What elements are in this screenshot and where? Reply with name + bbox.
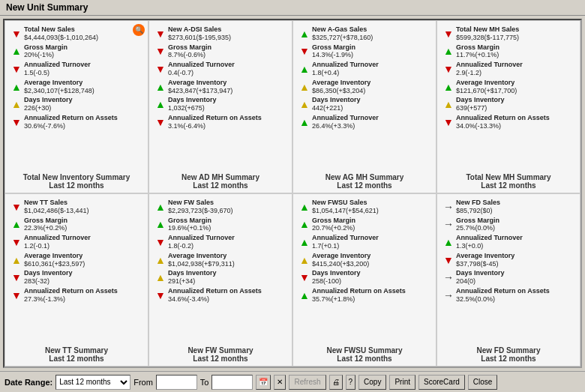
- metric-label: Annualized Turnover: [456, 234, 523, 242]
- metric-label: Annualized Turnover: [24, 234, 91, 242]
- metric-arrow: ▼: [11, 272, 22, 283]
- date-range-label: Date Range:: [4, 378, 52, 387]
- metric-text: Annualized Return on Assets27.3%(-1.3%): [24, 287, 118, 304]
- metric-value: 11.7%(+0.1%): [456, 51, 500, 59]
- metric-text: New TT Sales$1,042,486($-13,441): [24, 199, 89, 215]
- metric-row: ▼Annualized Return on Assets34.6%(-3.4%): [155, 287, 286, 304]
- metric-row: ▲Average Inventory$2,340,107(+$128,748): [11, 79, 142, 95]
- refresh-button[interactable]: Refresh: [289, 375, 326, 390]
- metric-arrow: ▼: [443, 255, 454, 265]
- metric-arrow: ▲: [299, 117, 310, 127]
- metric-value: $325,727(+$78,160): [312, 34, 373, 42]
- calendar-icon-button[interactable]: 📅: [256, 375, 271, 390]
- metric-row: ▼Annualized Return on Assets3.1%(-6.4%): [155, 114, 286, 130]
- metric-label: New A-DSI Sales: [168, 25, 231, 34]
- metric-label: Days Inventory: [312, 269, 361, 277]
- metric-label: Gross Margin: [312, 43, 356, 52]
- metric-label: Average Inventory: [456, 79, 517, 87]
- metric-arrow: ▲: [299, 202, 310, 212]
- metric-text: Average Inventory$423,847(+$173,947): [168, 79, 232, 95]
- metric-arrow: ▼: [11, 290, 22, 301]
- metric-label: Days Inventory: [456, 96, 505, 104]
- card-title: New TT SummaryLast 12 months: [11, 343, 142, 363]
- from-input[interactable]: [156, 375, 197, 390]
- metric-row: →Days Inventory204(0): [443, 269, 574, 286]
- metric-value: 204(0): [456, 277, 505, 286]
- metric-label: Average Inventory: [312, 79, 370, 87]
- metric-value: 25.7%(0.0%): [456, 224, 500, 232]
- metric-label: Annualized Turnover: [456, 61, 523, 69]
- metric-label: Annualized Return on Assets: [168, 287, 262, 295]
- metric-arrow: ▲: [443, 46, 454, 56]
- metric-text: Average Inventory$415,240(+$3,200): [312, 252, 370, 268]
- metric-value: 27.3%(-1.3%): [24, 295, 118, 304]
- copy-button[interactable]: Copy: [358, 375, 386, 390]
- metric-label: Annualized Turnover: [168, 61, 235, 69]
- to-input[interactable]: [212, 375, 253, 390]
- metric-row: ▲Days Inventory442(+221): [299, 96, 430, 112]
- metric-text: Annualized Return on Assets34.0%(-13.3%): [456, 114, 550, 130]
- metric-arrow: ▲: [299, 255, 310, 265]
- metric-arrow: ▼: [155, 64, 166, 74]
- metric-text: Annualized Return on Assets3.1%(-6.4%): [168, 114, 262, 130]
- metric-text: Average Inventory$121,670(+$17,700): [456, 79, 517, 95]
- metric-row: ▲Gross Margin20.7%(+0.2%): [299, 217, 430, 233]
- metric-text: New A-DSI Sales$273,601($-195,935): [168, 25, 231, 42]
- close-button[interactable]: Close: [468, 375, 498, 390]
- metric-text: Annualized Turnover26.4%(+3.3%): [312, 114, 379, 130]
- filter-icon-button[interactable]: ✕: [274, 375, 286, 390]
- metric-value: 34.0%(-13.3%): [456, 122, 550, 130]
- bottom-bar: Date Range: Last 12 months From To 📅 ✕ R…: [0, 371, 585, 392]
- summary-grid: 🔍▼Total New Sales$4,444,093($-1,010,264)…: [3, 19, 582, 368]
- metric-label: Average Inventory: [168, 79, 232, 87]
- metric-value: 22.3%(+0.2%): [24, 224, 68, 232]
- metric-text: Annualized Turnover1.2(-0.1): [24, 234, 91, 250]
- metric-value: 1.7(+0.1): [312, 242, 379, 250]
- metric-arrow: →: [443, 272, 454, 283]
- metric-arrow: ▼: [11, 237, 22, 247]
- metric-text: Average Inventory$610,361(+$23,597): [24, 252, 85, 268]
- metric-text: Gross Margin19.6%(+0.1%): [168, 217, 212, 233]
- metric-value: 20%(-1%): [24, 51, 68, 59]
- metric-label: Days Inventory: [168, 96, 217, 104]
- scorecard-button[interactable]: ScoreCard: [418, 375, 465, 390]
- metric-row: ▲Annualized Return on Assets35.7%(+1.8%): [299, 287, 430, 304]
- print-button[interactable]: Print: [389, 375, 416, 390]
- info-icon[interactable]: ?: [346, 375, 356, 390]
- metric-arrow: ▲: [11, 46, 22, 56]
- metric-arrow: ▲: [443, 99, 454, 109]
- metric-row: ▼New TT Sales$1,042,486($-13,441): [11, 199, 142, 215]
- date-range-select[interactable]: Last 12 months: [56, 375, 130, 390]
- metric-label: Annualized Turnover: [312, 234, 379, 242]
- metric-value: 26.4%(+3.3%): [312, 122, 379, 130]
- metric-label: New A-Gas Sales: [312, 25, 373, 34]
- metric-value: 1.2(-0.1): [24, 242, 91, 250]
- metric-label: Days Inventory: [24, 96, 73, 104]
- metric-text: Annualized Turnover2.9(-1.2): [456, 61, 523, 77]
- metric-value: $2,340,107(+$128,748): [24, 87, 94, 95]
- metric-arrow: ▲: [443, 237, 454, 247]
- metric-row: ▲Gross Margin20%(-1%): [11, 43, 142, 60]
- metric-row: ▲Gross Margin22.3%(+0.2%): [11, 217, 142, 233]
- metric-arrow: ▲: [299, 82, 310, 92]
- metric-value: 2.9(-1.2): [456, 69, 523, 77]
- metric-row: ▲Days Inventory1,032(+675): [155, 96, 286, 112]
- metric-row: ▲Days Inventory639(+577): [443, 96, 574, 112]
- metric-arrow: ▲: [155, 202, 166, 212]
- metric-label: Gross Margin: [168, 217, 212, 225]
- metric-arrow: ▼: [11, 28, 22, 39]
- summary-card-new-ad: ▼New A-DSI Sales$273,601($-195,935)▼Gros…: [148, 20, 292, 193]
- metric-arrow: ▼: [155, 290, 166, 301]
- metric-value: 283(-32): [24, 277, 73, 286]
- print-preview-icon[interactable]: 🖨: [329, 375, 343, 390]
- metric-arrow: ▼: [11, 64, 22, 74]
- metric-text: Annualized Return on Assets34.6%(-3.4%): [168, 287, 262, 304]
- metric-label: Annualized Return on Assets: [456, 287, 550, 295]
- search-icon-button[interactable]: 🔍: [133, 24, 145, 36]
- metric-label: Average Inventory: [168, 252, 235, 260]
- summary-card-new-tt: ▼New TT Sales$1,042,486($-13,441)▲Gross …: [4, 193, 148, 367]
- metric-label: Days Inventory: [312, 96, 361, 104]
- metric-value: 30.6%(-7.6%): [24, 122, 118, 130]
- metric-arrow: ▼: [155, 46, 166, 56]
- metric-value: $273,601($-195,935): [168, 34, 231, 42]
